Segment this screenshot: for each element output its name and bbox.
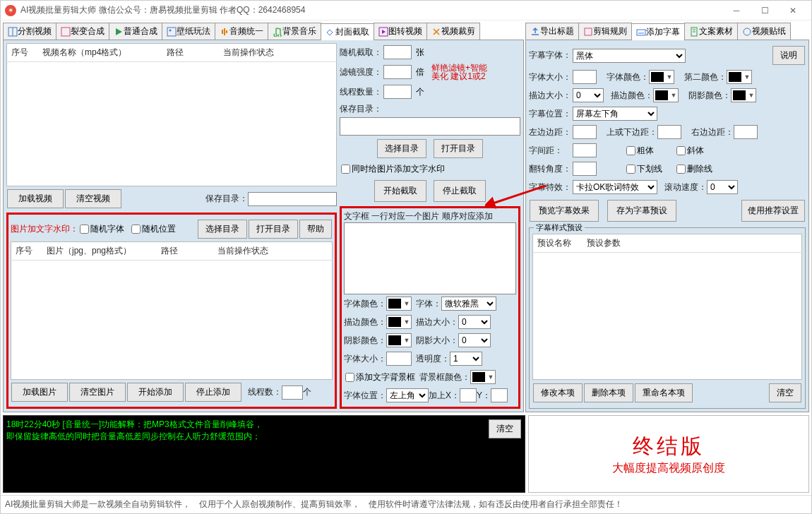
wm-open-dir-button[interactable]: 打开目录 — [249, 220, 298, 239]
preset-section-label: 字幕样式预设 — [534, 222, 585, 233]
load-image-button[interactable]: 加载图片 — [11, 383, 68, 402]
top-margin-input[interactable] — [657, 125, 681, 139]
sub-font-select[interactable]: 黑体 — [573, 49, 686, 63]
clear-log-button[interactable]: 清空 — [489, 419, 521, 438]
modify-item-button[interactable]: 修改本项 — [533, 383, 583, 402]
delete-item-button[interactable]: 删除本项 — [584, 383, 633, 402]
wm-pos-select[interactable]: 左上角 — [386, 388, 429, 402]
crop-select-dir-button[interactable]: 选择目录 — [377, 139, 426, 158]
start-add-button[interactable]: 开始添加 — [127, 383, 184, 402]
close-button[interactable]: ✕ — [779, 1, 807, 20]
start-crop-button[interactable]: 开始截取 — [374, 180, 426, 202]
wm-opacity-select[interactable]: 1 — [450, 352, 482, 366]
tab-wallpaper[interactable]: 壁纸玩法 — [162, 23, 215, 40]
brand-title: 终结版 — [533, 432, 804, 461]
svg-point-17 — [744, 28, 751, 35]
save-preset-button[interactable]: 存为字幕预设 — [607, 200, 676, 222]
filter-strength-input[interactable] — [383, 65, 412, 79]
use-recommended-button[interactable]: 使用推荐设置 — [741, 200, 805, 222]
random-crop-input[interactable] — [383, 45, 412, 59]
wm-help-button[interactable]: 帮助 — [299, 220, 332, 239]
sub-color2-picker[interactable]: ▼ — [727, 70, 752, 84]
save-dir-label: 保存目录： — [205, 193, 248, 205]
tab-split-video[interactable]: 分割视频 — [3, 23, 56, 40]
tab-copywriting[interactable]: 文案素材 — [684, 23, 738, 40]
stop-crop-button[interactable]: 停止截取 — [434, 180, 486, 202]
random-pos-checkbox[interactable] — [131, 225, 141, 234]
wm-x-input[interactable] — [460, 388, 477, 402]
titlebar: ✶ AI视频批量剪辑大师 微信公众号：唐易视频批量剪辑 作者QQ：2642468… — [1, 1, 811, 20]
tab-add-subtitle[interactable]: 添加字幕 — [631, 23, 685, 40]
image-list[interactable] — [11, 261, 333, 380]
svg-rect-4 — [167, 28, 176, 36]
wm-bg-checkbox[interactable] — [345, 373, 354, 382]
desc-button[interactable]: 说明 — [772, 46, 805, 65]
maximize-button[interactable]: ☐ — [751, 1, 779, 20]
sub-pos-select[interactable]: 屏幕左下角 — [573, 107, 657, 121]
tab-audio[interactable]: 音频统一 — [215, 23, 268, 40]
img2video-icon — [378, 27, 388, 37]
preset-list[interactable] — [532, 253, 802, 380]
export-icon — [530, 27, 540, 37]
bold-checkbox[interactable] — [626, 146, 635, 155]
underline-checkbox[interactable] — [626, 165, 635, 174]
tab-video-sticker[interactable]: 视频贴纸 — [737, 23, 791, 40]
wm-y-input[interactable] — [491, 388, 508, 402]
preset-list-header: 预设名称 预设参数 — [532, 234, 802, 253]
left-margin-input[interactable] — [573, 125, 597, 139]
thread-count-input[interactable] — [282, 386, 303, 400]
rotate-input[interactable] — [573, 162, 597, 176]
wm-font-select[interactable]: 微软雅黑 — [441, 297, 496, 311]
sub-stroke-select[interactable]: 0 — [573, 88, 604, 102]
char-space-input[interactable] — [573, 143, 597, 157]
sub-color-picker[interactable]: ▼ — [649, 70, 674, 84]
right-margin-input[interactable] — [734, 125, 758, 139]
wm-font-size-input[interactable] — [386, 352, 412, 366]
wm-font-color-picker[interactable]: ▼ — [386, 297, 412, 311]
scroll-speed-select[interactable]: 0 — [707, 180, 738, 194]
wm-shadow-size-select[interactable]: 0 — [458, 333, 491, 347]
arrow-icon — [485, 183, 549, 211]
crop-open-dir-button[interactable]: 打开目录 — [434, 139, 483, 158]
tab-export-title[interactable]: 导出标题 — [525, 23, 579, 40]
crop-save-dir-input[interactable] — [340, 117, 520, 136]
svg-rect-7 — [224, 28, 225, 35]
sub-stroke-color-picker[interactable]: ▼ — [653, 88, 679, 102]
strike-checkbox[interactable] — [676, 165, 686, 174]
main-tabstrip: 分割视频 裂变合成 普通合成 壁纸玩法 音频统一 背景音乐 封面截取 图转视频 … — [3, 23, 524, 40]
clear-image-button[interactable]: 清空图片 — [69, 383, 126, 402]
tab-edit-rules[interactable]: 剪辑规则 — [578, 23, 632, 40]
wm-stroke-color-picker[interactable]: ▼ — [386, 315, 412, 329]
sub-shadow-color-picker[interactable]: ▼ — [731, 88, 756, 102]
textbox-hint: 文字框 一行对应一个图片 顺序对应添加 — [344, 210, 516, 222]
tab-merge[interactable]: 普通合成 — [109, 23, 162, 40]
rename-item-button[interactable]: 重命名本项 — [635, 383, 693, 402]
tab-cover-crop[interactable]: 封面截取 — [321, 23, 374, 40]
tab-img2video[interactable]: 图转视频 — [374, 23, 427, 40]
italic-checkbox[interactable] — [676, 146, 686, 155]
svg-marker-3 — [116, 28, 122, 35]
video-save-dir-input[interactable] — [248, 192, 337, 206]
sub-size-input[interactable] — [573, 70, 597, 84]
minimize-button[interactable]: ─ — [722, 1, 751, 20]
wm-select-dir-button[interactable]: 选择目录 — [198, 220, 247, 239]
brand-subtitle: 大幅度提高视频原创度 — [533, 461, 804, 476]
load-video-button[interactable]: 加载视频 — [7, 189, 64, 208]
stop-add-button[interactable]: 停止添加 — [185, 383, 241, 402]
add-watermark-checkbox[interactable] — [341, 165, 350, 174]
clear-preset-button[interactable]: 清空 — [769, 383, 801, 402]
video-list[interactable] — [6, 62, 337, 186]
random-font-checkbox[interactable] — [80, 225, 89, 234]
watermark-text-input[interactable] — [344, 222, 516, 294]
thread-num-input[interactable] — [383, 85, 412, 99]
split-icon — [8, 27, 18, 37]
clear-video-button[interactable]: 清空视频 — [65, 189, 121, 208]
videocrop-icon — [431, 27, 441, 37]
wm-bg-color-picker[interactable]: ▼ — [470, 370, 496, 384]
wm-stroke-size-select[interactable]: 0 — [458, 315, 491, 329]
sub-fx-select[interactable]: 卡拉OK歌词特效 — [573, 180, 657, 194]
tab-bgm[interactable]: 背景音乐 — [268, 23, 321, 40]
tab-video-crop[interactable]: 视频裁剪 — [426, 23, 480, 40]
tab-fission[interactable]: 裂变合成 — [56, 23, 109, 40]
wm-shadow-color-picker[interactable]: ▼ — [386, 333, 412, 347]
